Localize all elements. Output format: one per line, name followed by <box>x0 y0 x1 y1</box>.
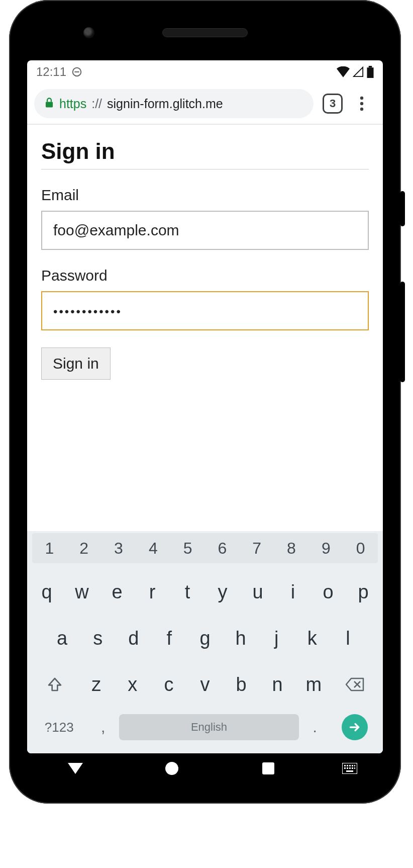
key-m[interactable]: m <box>295 663 332 706</box>
soft-keyboard: 1 2 3 4 5 6 7 8 9 0 q w e r t y u i o <box>27 531 383 753</box>
key-4[interactable]: 4 <box>136 533 170 563</box>
key-k[interactable]: k <box>294 617 330 660</box>
key-l[interactable]: l <box>330 617 366 660</box>
key-i[interactable]: i <box>275 570 311 614</box>
status-time: 12:11 <box>36 65 66 79</box>
page-title: Sign in <box>41 139 369 164</box>
kb-row-1: q w e r t y u i o p <box>29 570 381 614</box>
battery-icon <box>367 66 374 78</box>
key-6[interactable]: 6 <box>205 533 240 563</box>
svg-point-5 <box>360 97 363 100</box>
svg-rect-22 <box>346 770 353 772</box>
email-label: Email <box>41 187 369 204</box>
period-key[interactable]: . <box>299 709 331 745</box>
url-protocol: https <box>59 97 86 111</box>
key-a[interactable]: a <box>44 617 80 660</box>
key-r[interactable]: r <box>135 570 170 614</box>
key-u[interactable]: u <box>240 570 275 614</box>
comma-key[interactable]: , <box>87 709 119 745</box>
kb-row-4: ?123 , English . <box>29 709 381 745</box>
svg-rect-15 <box>352 765 353 766</box>
key-s[interactable]: s <box>80 617 116 660</box>
shift-key[interactable] <box>31 663 78 706</box>
password-mask: •••••••••••• <box>53 305 122 318</box>
key-2[interactable]: 2 <box>67 533 101 563</box>
svg-rect-17 <box>344 767 346 769</box>
key-t[interactable]: t <box>170 570 205 614</box>
key-w[interactable]: w <box>64 570 99 614</box>
password-field[interactable]: •••••••••••• <box>41 291 369 330</box>
svg-rect-4 <box>46 102 53 107</box>
status-bar: 12:11 <box>27 60 383 83</box>
email-group: Email <box>41 187 369 250</box>
password-group: Password •••••••••••• <box>41 267 369 330</box>
password-label: Password <box>41 267 369 284</box>
url-host: signin-form.glitch.me <box>107 97 223 111</box>
key-y[interactable]: y <box>205 570 240 614</box>
svg-rect-14 <box>349 765 351 766</box>
svg-rect-12 <box>344 765 346 766</box>
spacebar[interactable]: English <box>119 714 299 740</box>
key-d[interactable]: d <box>116 617 151 660</box>
email-field[interactable] <box>41 211 369 250</box>
cell-signal-icon <box>353 66 364 77</box>
enter-icon <box>342 714 368 740</box>
nav-keyboard-switch-button[interactable] <box>335 763 365 774</box>
svg-rect-16 <box>354 765 355 766</box>
nav-recents-button[interactable] <box>238 762 298 774</box>
url-separator: :// <box>91 97 102 111</box>
key-c[interactable]: c <box>151 663 187 706</box>
key-n[interactable]: n <box>259 663 295 706</box>
key-q[interactable]: q <box>29 570 64 614</box>
more-menu-button[interactable] <box>352 94 372 114</box>
key-z[interactable]: z <box>78 663 115 706</box>
lock-icon <box>44 97 54 111</box>
enter-key[interactable] <box>331 709 379 745</box>
page-content: Sign in Email Password •••••••••••• Sign… <box>27 125 383 531</box>
symbols-key[interactable]: ?123 <box>31 709 87 745</box>
key-h[interactable]: h <box>223 617 259 660</box>
tab-count: 3 <box>330 97 336 110</box>
kb-row-2: a s d f g h j k l <box>29 617 381 660</box>
svg-rect-21 <box>354 767 355 769</box>
key-0[interactable]: 0 <box>343 533 378 563</box>
key-5[interactable]: 5 <box>170 533 205 563</box>
backspace-key[interactable] <box>332 663 379 706</box>
svg-rect-2 <box>367 67 373 78</box>
key-9[interactable]: 9 <box>308 533 343 563</box>
volume-button <box>400 282 405 382</box>
key-7[interactable]: 7 <box>240 533 274 563</box>
key-g[interactable]: g <box>187 617 223 660</box>
key-e[interactable]: e <box>99 570 135 614</box>
nav-home-button[interactable] <box>142 762 202 775</box>
key-8[interactable]: 8 <box>274 533 309 563</box>
status-left: 12:11 <box>36 65 82 79</box>
key-f[interactable]: f <box>151 617 187 660</box>
earpiece <box>162 28 248 37</box>
svg-rect-19 <box>349 767 351 769</box>
key-1[interactable]: 1 <box>32 533 67 563</box>
nav-back-button[interactable] <box>45 763 106 774</box>
key-3[interactable]: 3 <box>101 533 136 563</box>
android-nav-bar <box>27 753 383 784</box>
key-v[interactable]: v <box>187 663 223 706</box>
wifi-icon <box>337 66 350 77</box>
tabs-button[interactable]: 3 <box>323 94 343 114</box>
svg-point-6 <box>360 102 363 105</box>
side-button <box>400 191 405 226</box>
browser-toolbar: https://signin-form.glitch.me 3 <box>27 83 383 125</box>
key-x[interactable]: x <box>115 663 151 706</box>
svg-rect-13 <box>347 765 348 766</box>
signin-button[interactable]: Sign in <box>41 348 111 380</box>
kb-row-numbers: 1 2 3 4 5 6 7 8 9 0 <box>32 533 378 563</box>
svg-rect-18 <box>347 767 348 769</box>
key-p[interactable]: p <box>346 570 381 614</box>
key-j[interactable]: j <box>259 617 294 660</box>
title-divider <box>41 169 369 169</box>
do-not-disturb-icon <box>71 66 82 77</box>
phone-frame: 12:11 <box>9 0 401 804</box>
front-camera <box>83 27 94 38</box>
key-b[interactable]: b <box>223 663 259 706</box>
address-bar[interactable]: https://signin-form.glitch.me <box>34 89 314 118</box>
key-o[interactable]: o <box>311 570 346 614</box>
